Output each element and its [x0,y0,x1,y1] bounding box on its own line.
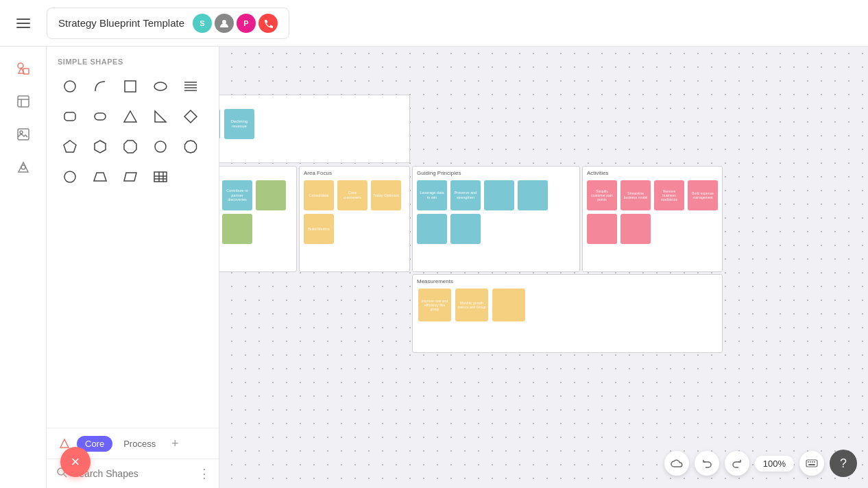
svg-rect-1 [16,23,30,24]
shape-stadium[interactable] [88,104,112,129]
cloud-button[interactable] [664,451,689,476]
shape-circle[interactable] [58,74,82,99]
tab-process[interactable]: Process [115,436,164,452]
shape-triangle[interactable] [118,104,143,129]
measurements-section: Measurements Improve cost and efficiency… [412,274,723,353]
shape-square[interactable] [118,74,143,99]
svg-rect-30 [806,460,817,467]
sticky-asp-2: Contribute to partner discoveries [222,180,252,210]
svg-point-11 [21,165,25,169]
undo-button[interactable] [695,451,719,476]
sidebar-frame-icon[interactable] [10,88,37,115]
svg-line-29 [64,474,67,477]
help-button[interactable]: ? [830,450,857,477]
collaborators: S P [193,14,278,33]
sticky-meas-2: Monthly growth metrics and Group [455,289,488,321]
title-bar: Strategy Blueprint Template S P [47,8,289,39]
sticky-act-3: Remove business roadblocks [654,180,684,210]
svg-rect-23 [154,172,167,182]
shape-trapezoid[interactable] [88,164,112,189]
shapes-panel: SIMPLE SHAPES [47,47,219,488]
shapes-row-3 [58,134,208,159]
sidebar-shapes-icon[interactable] [10,55,37,82]
search-input[interactable] [73,468,193,479]
sticky-challenges-2: Declining revenue [224,109,254,139]
keyboard-button[interactable] [799,451,824,476]
activities-section: Activities Simplify customer pain points… [582,166,723,272]
svg-rect-13 [125,81,136,92]
shapes-grid: SIMPLE SHAPES [47,47,219,428]
shape-right-triangle[interactable] [148,104,173,129]
sticky-asp-3 [256,180,286,210]
sticky-gp-6 [450,214,481,244]
sticky-act-4: Build expense management [688,180,718,210]
svg-rect-0 [16,19,30,20]
sticky-meas-1: Improve cost and efficiency this group [418,289,451,321]
sticky-gp-4 [518,180,548,210]
svg-rect-9 [18,129,29,140]
shapes-row-2 [58,104,208,129]
document-title: Strategy Blueprint Template [58,17,184,29]
shape-circle-2[interactable] [148,134,173,159]
avatar-p: P [237,14,256,33]
left-sidebar [0,47,47,488]
shape-arc[interactable] [88,74,112,99]
shape-hexagon[interactable] [88,134,112,159]
sticky-act-5 [587,214,617,244]
svg-point-22 [64,171,75,182]
shapes-row-1 [58,74,208,99]
sticky-act-1: Simplify customer pain points [587,180,617,210]
sticky-act-2: Streamline business model [620,180,651,210]
svg-point-21 [155,141,166,152]
sticky-gp-5 [417,214,447,244]
sticky-meas-3 [492,289,525,321]
sticky-af-4: Build Metrics [304,214,334,244]
shape-octagon[interactable] [118,134,143,159]
sidebar-abstract-icon[interactable] [10,154,37,181]
sticky-af-2: Core customers [337,180,367,210]
shape-table[interactable] [148,164,173,189]
svg-rect-20 [95,113,106,120]
sticky-act-6 [620,214,651,244]
area-focus-section: Area Focus Consolidate Core customers To… [299,166,410,272]
sticky-asp-5 [222,214,252,244]
svg-point-12 [64,81,75,92]
measurements-label: Measurements [413,275,722,286]
svg-point-14 [154,82,167,90]
shape-parallelogram[interactable] [118,164,143,189]
fab-button[interactable]: × [60,447,91,477]
sticky-af-1: Consolidate [304,180,334,210]
sidebar-image-icon[interactable] [10,121,37,148]
zoom-level: 100% [755,456,794,472]
svg-point-4 [18,63,23,69]
shapes-section-title: SIMPLE SHAPES [58,58,208,66]
redo-button[interactable] [725,451,749,476]
call-button[interactable] [258,14,278,33]
shape-decagon[interactable] [178,134,203,159]
menu-button[interactable] [11,11,36,36]
guiding-label: Guiding Principles [413,167,579,178]
svg-rect-19 [64,112,75,121]
bottom-bar: 100% ? [664,450,857,477]
guiding-section: Guiding Principles Leverage data to win … [412,166,580,272]
svg-rect-6 [18,96,29,107]
shape-ellipse[interactable] [148,74,173,99]
tab-add-button[interactable]: + [167,435,183,452]
shape-diamond[interactable] [178,104,203,129]
shapes-row-4 [58,164,208,189]
sticky-gp-3 [484,180,514,210]
sticky-gp-1: Leverage data to win [417,180,447,210]
shape-rounded-rect[interactable] [58,104,82,129]
shape-circle-3[interactable] [58,164,82,189]
shape-lines[interactable] [178,74,203,99]
avatar-a [215,14,234,33]
svg-rect-2 [16,27,30,28]
avatar-s: S [193,14,212,33]
sticky-gp-2: Preserve and strengthen [450,180,481,210]
more-button[interactable]: ⋮ [198,466,210,481]
sticky-af-3: Today Optimize [371,180,401,210]
header: Strategy Blueprint Template S P [0,0,868,47]
area-focus-label: Area Focus [300,167,409,178]
shape-pentagon[interactable] [58,134,82,159]
activities-label: Activities [583,167,722,178]
